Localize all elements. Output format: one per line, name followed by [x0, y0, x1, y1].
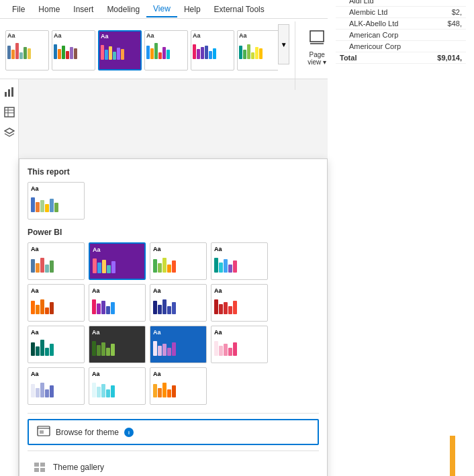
svg-rect-7	[5, 107, 14, 117]
matrix-cell-american-val	[420, 30, 466, 41]
table-row: American Corp	[336, 30, 466, 41]
theme-thumb-4[interactable]: Aa	[144, 30, 188, 70]
powerbi-theme-7[interactable]: Aa	[150, 284, 207, 322]
table-row: ALK-Abello Ltd $48,	[336, 18, 466, 30]
matrix-cell-alk: ALK-Abello Ltd	[336, 18, 420, 30]
this-report-title: This report	[28, 167, 319, 177]
thumb-label: Aa	[146, 32, 186, 39]
orange-bar-indicator	[450, 436, 455, 476]
chart-area: ut Chart Title Wholesale Distributor Exp…	[328, 0, 474, 476]
single-thumb-label: Aa	[31, 185, 81, 192]
powerbi-theme-3[interactable]: Aa	[150, 242, 207, 280]
matrix-cell-alembic: Alembic Ltd	[336, 7, 420, 18]
main-area: This report Aa Power BI Aa	[0, 79, 474, 476]
theme-gallery-action[interactable]: Theme gallery	[28, 457, 319, 476]
theme-grid: Aa Aa Aa	[28, 242, 319, 405]
matrix-total-row: Total $9,014,	[336, 52, 466, 64]
matrix-total-label: Total	[336, 52, 420, 64]
matrix-cell-americour-val	[420, 41, 466, 52]
powerbi-theme-15[interactable]: Aa	[150, 367, 207, 405]
svg-rect-0	[310, 31, 324, 42]
sidebar-icon-chart[interactable]	[2, 85, 17, 99]
page-view-icon[interactable]	[306, 27, 328, 48]
matrix-cell-american: American Corp	[336, 30, 420, 41]
browse-for-theme-label: Browse for theme	[56, 428, 119, 437]
svg-rect-18	[40, 463, 45, 467]
powerbi-theme-8[interactable]: Aa	[211, 284, 268, 322]
matrix-cell-aldi-val	[420, 0, 466, 7]
menu-home[interactable]: Home	[32, 2, 66, 17]
powerbi-theme-10[interactable]: Aa	[89, 326, 146, 363]
sidebar	[0, 79, 19, 476]
matrix-cell-americour: Americour Corp	[336, 41, 420, 52]
theme-thumb-3[interactable]: Aa	[98, 30, 142, 70]
powerbi-theme-4[interactable]: Aa	[211, 242, 268, 280]
page-view-label[interactable]: Page view ▾	[307, 51, 326, 66]
browse-for-theme-btn[interactable]: Browse for theme i	[28, 419, 319, 445]
browse-info-icon: i	[124, 428, 134, 437]
theme-gallery-icon	[33, 461, 46, 474]
table-row: Alembic Ltd $2,	[336, 7, 466, 18]
thumb-label: Aa	[7, 32, 47, 39]
powerbi-theme-2[interactable]: Aa	[89, 242, 146, 280]
svg-rect-20	[40, 468, 45, 472]
divider-2	[28, 450, 319, 451]
powerbi-theme-13[interactable]: Aa	[28, 367, 85, 405]
svg-rect-19	[34, 468, 39, 472]
menu-external-tools[interactable]: External Tools	[207, 2, 271, 17]
svg-marker-11	[5, 128, 14, 134]
menu-modeling[interactable]: Modeling	[100, 2, 146, 17]
table-row: Aldi Ltd	[336, 0, 466, 7]
browse-icon	[37, 426, 50, 438]
svg-rect-4	[5, 92, 7, 97]
thumb-label: Aa	[193, 32, 232, 39]
thumb-label: Aa	[239, 32, 278, 39]
table-row: Americour Corp	[336, 41, 466, 52]
powerbi-theme-14[interactable]: Aa	[89, 367, 146, 405]
powerbi-theme-9[interactable]: Aa	[28, 326, 85, 363]
powerbi-theme-5[interactable]: Aa	[28, 284, 85, 322]
matrix-cell-aldi: Aldi Ltd	[336, 0, 420, 7]
sidebar-icon-layers[interactable]	[2, 125, 17, 140]
powerbi-theme-12[interactable]: Aa	[211, 326, 268, 363]
theme-thumb-1[interactable]: Aa	[5, 30, 49, 70]
theme-thumbnails-row: Aa Aa Aa	[5, 21, 278, 77]
matrix-cell-alk-val: $48,	[420, 18, 466, 30]
power-bi-title: Power BI	[28, 228, 319, 237]
single-theme-thumb[interactable]: Aa	[28, 182, 85, 220]
scroll-down-btn[interactable]: ▼	[278, 24, 289, 64]
menu-file[interactable]: File	[5, 2, 32, 17]
divider-1	[28, 413, 319, 414]
matrix-total-val: $9,014,	[420, 52, 466, 64]
svg-rect-17	[34, 463, 39, 467]
menu-insert[interactable]: Insert	[66, 2, 100, 17]
thumb-label: Aa	[101, 33, 139, 40]
svg-text:i: i	[128, 430, 130, 435]
svg-rect-14	[40, 430, 44, 434]
theme-thumb-2[interactable]: Aa	[52, 30, 95, 70]
menu-help[interactable]: Help	[177, 2, 207, 17]
svg-rect-5	[8, 89, 10, 97]
theme-gallery-label: Theme gallery	[53, 463, 104, 472]
dropdown-panel: This report Aa Power BI Aa	[19, 158, 328, 476]
matrix-cell-alembic-val: $2,	[420, 7, 466, 18]
menu-view[interactable]: View	[146, 1, 177, 17]
theme-thumb-6[interactable]: Aa	[237, 30, 278, 70]
powerbi-theme-11[interactable]: Aa	[150, 326, 207, 363]
matrix-table: Channel 2018 ⊟ Distributor $2,670, Accor…	[336, 0, 466, 64]
powerbi-theme-1[interactable]: Aa	[28, 242, 85, 280]
svg-rect-6	[11, 87, 13, 97]
thumb-label: Aa	[54, 32, 93, 39]
powerbi-theme-6[interactable]: Aa	[89, 284, 146, 322]
sidebar-icon-table[interactable]	[2, 105, 17, 120]
theme-thumb-5[interactable]: Aa	[191, 30, 234, 70]
